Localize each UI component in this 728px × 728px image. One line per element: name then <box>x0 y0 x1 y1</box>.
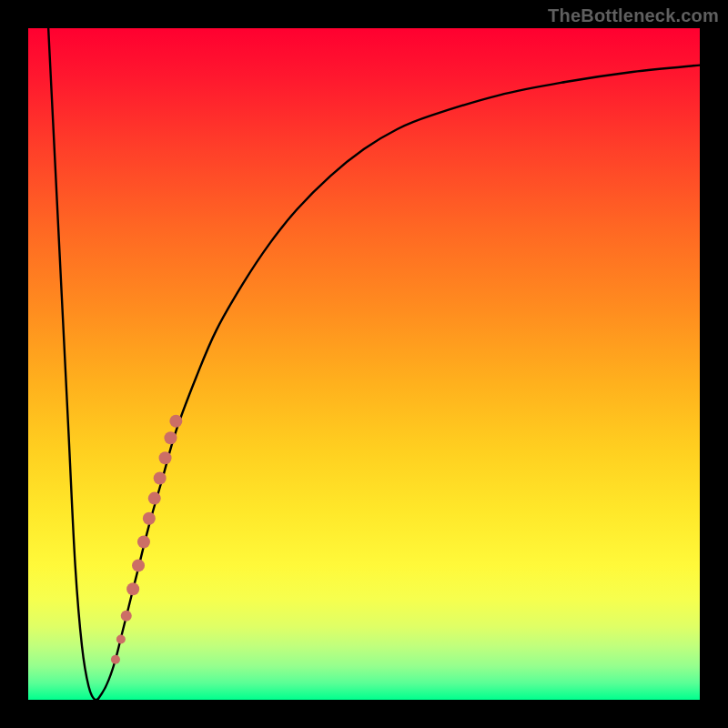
bottleneck-curve <box>48 28 700 700</box>
data-marker <box>121 611 132 622</box>
data-marker <box>148 492 161 505</box>
data-markers <box>111 415 182 664</box>
data-marker <box>126 582 139 595</box>
data-marker <box>164 431 177 444</box>
data-marker <box>137 536 150 549</box>
data-marker <box>169 415 182 428</box>
data-marker <box>111 655 120 664</box>
chart-svg <box>28 28 700 700</box>
data-marker <box>132 559 145 571</box>
data-marker <box>143 512 156 525</box>
watermark-text: TheBottleneck.com <box>548 5 719 26</box>
data-marker <box>159 451 172 464</box>
data-marker <box>116 635 126 644</box>
data-marker <box>154 471 167 484</box>
chart-frame: TheBottleneck.com <box>0 0 728 728</box>
